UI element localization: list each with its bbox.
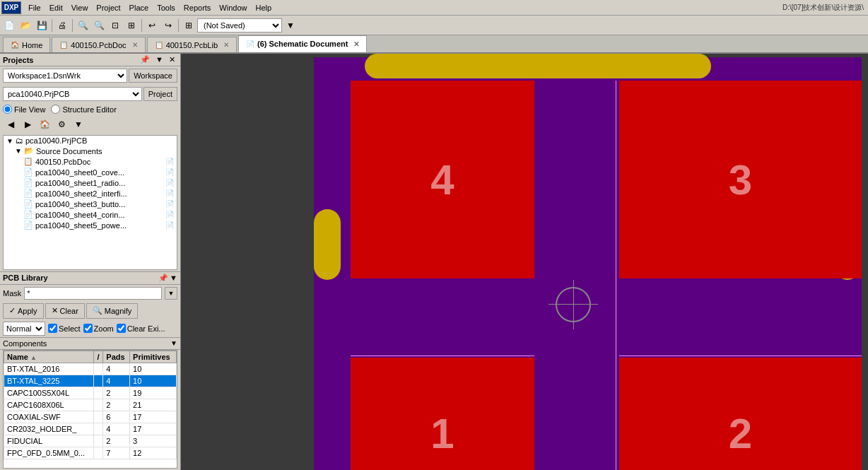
tab-close-pcbdoc[interactable]: ✕ — [132, 41, 138, 49]
zoom-out-button[interactable]: 🔍 — [91, 18, 107, 33]
tree-sheet3[interactable]: 📄 pca10040_sheet3_butto... 📄 — [4, 199, 177, 209]
table-row[interactable]: FPC_0FD_0.5MM_0... 7 12 — [4, 447, 177, 459]
pcb-lib-pin-btn[interactable]: 📌 — [158, 274, 168, 283]
table-row[interactable]: FIDUCIAL 2 3 — [4, 435, 177, 447]
toolbar-sep-2 — [72, 19, 73, 32]
col-name[interactable]: Name ▲ — [4, 351, 94, 363]
cell-name: FIDUCIAL — [4, 435, 94, 447]
apply-button[interactable]: ✓ Apply — [3, 303, 44, 319]
tree-sheet5[interactable]: 📄 pca10040_sheet5_powe... 📄 — [4, 220, 177, 230]
cell-slash — [94, 423, 103, 435]
projects-pin-btn[interactable]: 📌 — [138, 55, 152, 64]
project-button[interactable]: Project — [143, 87, 177, 101]
menu-reports[interactable]: Reports — [180, 2, 216, 13]
table-row[interactable]: CR2032_HOLDER_ 4 17 — [4, 423, 177, 435]
table-row[interactable]: BT-XTAL_2016 4 10 — [4, 363, 177, 375]
cell-pads: 6 — [103, 411, 130, 423]
tree-sheet1[interactable]: 📄 pca10040_sheet1_radio... 📄 — [4, 177, 177, 188]
projects-menu-btn[interactable]: ▼ — [153, 55, 165, 64]
workspace-button[interactable]: Workspace — [129, 69, 177, 83]
col-primitives[interactable]: Primitives — [130, 351, 177, 363]
tree-source-docs[interactable]: ▼ 📂 Source Documents — [4, 146, 177, 156]
menu-window[interactable]: Window — [215, 2, 251, 13]
cell-name: FPC_0FD_0.5MM_0... — [4, 447, 94, 459]
zoom-checkbox[interactable] — [83, 324, 93, 333]
home-nav-icon[interactable]: 🏠 — [37, 117, 52, 132]
tree-root[interactable]: ▼ 🗂 pca10040.PrjPCB — [4, 136, 177, 146]
mask-row: Mask ▼ — [0, 285, 180, 302]
undo-button[interactable]: ↩ — [144, 18, 160, 33]
not-saved-combo[interactable]: (Not Saved) — [197, 18, 282, 33]
zoom-in-button[interactable]: 🔍 — [75, 18, 90, 33]
toolbar-sep-1 — [52, 19, 52, 32]
redo-button[interactable]: ↪ — [160, 18, 176, 33]
tab-close-schematic[interactable]: ✕ — [353, 40, 359, 48]
projects-close-btn[interactable]: ✕ — [167, 55, 177, 64]
col-slash[interactable]: / — [94, 351, 103, 363]
menu-bar: DXP File Edit View Project Place Tools R… — [0, 0, 868, 16]
mask-dropdown-btn[interactable]: ▼ — [165, 287, 177, 300]
project-combo[interactable]: pca10040.PrjPCB — [3, 87, 142, 101]
table-row[interactable]: CAPC1608X06L 2 21 — [4, 399, 177, 411]
mode-select[interactable]: NormalDRC3D — [3, 322, 45, 336]
components-scroll-btn[interactable]: ▼ — [170, 339, 177, 347]
select-checkbox[interactable] — [48, 324, 57, 333]
select-checkbox-label[interactable]: Select — [48, 324, 81, 333]
table-row[interactable]: BT-XTAL_3225 4 10 — [4, 375, 177, 387]
grid-button[interactable]: ⊞ — [181, 18, 197, 33]
clear-button[interactable]: ✕ Clear — [45, 303, 85, 319]
file-view-label[interactable]: File View — [3, 105, 45, 114]
forward-icon[interactable]: ▶ — [20, 117, 35, 132]
components-table[interactable]: Name ▲ / Pads Primitives BT-XTAL_2016 4 … — [3, 350, 177, 469]
combo-dropdown[interactable]: ▼ — [283, 18, 298, 33]
table-row[interactable]: CAPC100S5X04L 2 19 — [4, 387, 177, 399]
pad-top-bar — [365, 54, 711, 78]
save-button[interactable]: 💾 — [34, 18, 49, 33]
menu-file[interactable]: File — [24, 2, 45, 13]
clear-existing-checkbox[interactable] — [117, 324, 126, 333]
tree-sheet2[interactable]: 📄 pca10040_sheet2_interfi... 📄 — [4, 188, 177, 199]
menu-help[interactable]: Help — [251, 2, 276, 13]
zoom-fit-button[interactable]: ⊡ — [107, 18, 123, 33]
print-button[interactable]: 🖨 — [54, 18, 70, 33]
tab-schematic[interactable]: 📄 (6) Schematic Document ✕ — [238, 35, 367, 52]
dropdown-icon[interactable]: ▼ — [71, 117, 86, 132]
pcb-lib-controls: 📌 ▼ — [158, 274, 177, 283]
cell-pads: 4 — [103, 375, 130, 387]
magnify-button[interactable]: 🔍 Magnify — [86, 303, 139, 319]
cell-name: CAPC1608X06L — [4, 399, 94, 411]
clear-existing-label[interactable]: Clear Exi... — [117, 324, 165, 333]
file-view-radio[interactable] — [3, 105, 12, 114]
menu-place[interactable]: Place — [125, 2, 153, 13]
menu-edit[interactable]: Edit — [45, 2, 67, 13]
tab-pcbdoc[interactable]: 📋 400150.PcbDoc ✕ — [52, 37, 145, 52]
settings-icon[interactable]: ⚙ — [54, 117, 69, 132]
new-button[interactable]: 📄 — [1, 18, 17, 33]
structure-editor-radio[interactable] — [51, 105, 60, 114]
tree-sheet4[interactable]: 📄 pca10040_sheet4_corin... 📄 — [4, 209, 177, 220]
mask-input[interactable] — [24, 287, 162, 300]
table-row[interactable]: COAXIAL-SWF 6 17 — [4, 411, 177, 423]
cell-slash — [94, 375, 103, 387]
project-tree[interactable]: ▼ 🗂 pca10040.PrjPCB ▼ 📂 Source Documents… — [3, 135, 177, 270]
back-icon[interactable]: ◀ — [3, 117, 18, 132]
tab-pcblib[interactable]: 📋 400150.PcbLib ✕ — [147, 37, 237, 52]
tab-close-pcblib[interactable]: ✕ — [223, 41, 229, 49]
workspace-combo[interactable]: Workspace1.DsnWrk — [3, 69, 127, 83]
col-pads[interactable]: Pads — [103, 351, 130, 363]
left-panel: Projects 📌 ▼ ✕ Workspace1.DsnWrk Workspa… — [0, 54, 181, 470]
zoom-checkbox-label[interactable]: Zoom — [83, 324, 114, 333]
tab-home[interactable]: 🏠 Home — [3, 37, 50, 52]
menu-project[interactable]: Project — [92, 2, 124, 13]
pcb-lib-expand-btn[interactable]: ▼ — [170, 274, 177, 283]
canvas-area[interactable]: 4 3 1 2 — [181, 54, 868, 470]
open-button[interactable]: 📂 — [18, 18, 33, 33]
cell-primitives: 17 — [130, 423, 177, 435]
tree-400150-pcbdoc[interactable]: 📋 400150.PcbDoc 📄 — [4, 156, 177, 167]
tree-sheet0[interactable]: 📄 pca10040_sheet0_cove... 📄 — [4, 167, 177, 177]
zoom-area-button[interactable]: ⊞ — [124, 18, 139, 33]
pcb-canvas[interactable]: 4 3 1 2 — [181, 54, 868, 470]
menu-view[interactable]: View — [67, 2, 93, 13]
structure-editor-label[interactable]: Structure Editor — [51, 105, 116, 114]
menu-tools[interactable]: Tools — [153, 2, 180, 13]
